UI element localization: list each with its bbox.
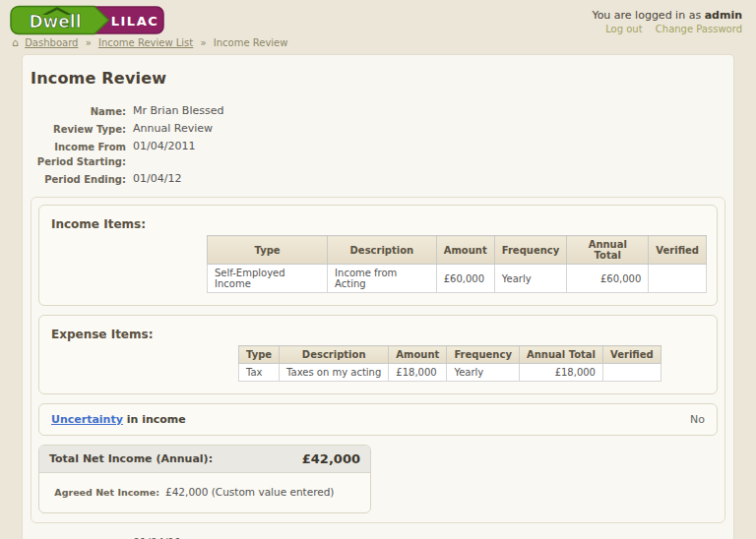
field-label: Period Ending: [31, 171, 133, 187]
column-header-description: Description [328, 236, 437, 265]
cell-description: Taxes on my acting [280, 364, 389, 382]
cell-frequency: Yearly [447, 364, 520, 382]
field-label: Review Type: [31, 121, 133, 137]
field-review-type: Review Type: Annual Review [31, 121, 725, 137]
svg-text:Dwell: Dwell [29, 12, 81, 31]
cell-verified [649, 265, 707, 293]
cell-type: Tax [239, 364, 280, 382]
agreed-net-income-value: £42,000 (Custom value entered) [165, 486, 334, 498]
field-period-starting: Income From Period Starting: 01/04/2011 [31, 139, 725, 169]
column-header-verified: Verified [649, 236, 707, 265]
column-header-frequency: Frequency [494, 236, 567, 265]
field-period-ending: Period Ending: 01/04/12 [31, 171, 725, 187]
uncertainty-suffix: in income [123, 413, 186, 426]
total-net-income-section: Total Net Income (Annual): £42,000 Agree… [38, 445, 371, 513]
app-logo[interactable]: Dwell LILAC [10, 5, 165, 38]
field-value: 01/04/2011 [133, 139, 195, 169]
cell-type: Self-Employed Income [208, 265, 328, 293]
cell-annual-total: £60,000 [567, 265, 649, 293]
field-label: Apply From: [31, 535, 133, 539]
breadcrumb-separator: » [200, 37, 206, 48]
uncertainty-section: Uncertainty in income No [38, 403, 718, 436]
uncertainty-link[interactable]: Uncertainty [51, 413, 123, 426]
total-net-income-label: Total Net Income (Annual): [49, 452, 213, 465]
dwell-lilac-logo-icon: Dwell LILAC [10, 5, 165, 35]
income-items-table: Type Description Amount Frequency Annual… [207, 235, 707, 293]
column-header-annual-total: Annual Total [519, 346, 602, 364]
breadcrumb-current: Income Review [214, 37, 288, 48]
main-content-panel: Income Review Name: Mr Brian Blessed Rev… [22, 54, 734, 539]
column-header-frequency: Frequency [447, 346, 520, 364]
field-label: Income From Period Starting: [31, 139, 133, 169]
column-header-amount: Amount [436, 236, 494, 265]
login-prefix-text: You are logged in as [592, 9, 701, 22]
field-value: 01/04/11 [133, 535, 181, 539]
decision-section: Apply From: 01/04/11 Notes on decision: … [31, 535, 725, 539]
table-row: Tax Taxes on my acting £18,000 Yearly £1… [239, 364, 662, 382]
table-header-row: Type Description Amount Frequency Annual… [239, 346, 662, 364]
expense-items-section: Expense Items: Type Description Amount F… [38, 315, 718, 394]
review-sections-panel: Income Items: Type Description Amount Fr… [31, 197, 725, 523]
breadcrumb-income-review-list-link[interactable]: Income Review List [98, 37, 193, 48]
change-password-link[interactable]: Change Password [656, 24, 742, 34]
cell-amount: £60,000 [436, 265, 494, 293]
column-header-verified: Verified [602, 346, 661, 364]
logout-link[interactable]: Log out [605, 24, 642, 34]
table-header-row: Type Description Amount Frequency Annual… [208, 236, 707, 265]
login-info: You are logged in as admin Log out Chang… [592, 5, 742, 34]
breadcrumb: ⌂ Dashboard » Income Review List » Incom… [0, 35, 756, 54]
cell-annual-total: £18,000 [519, 364, 602, 382]
field-value: Annual Review [133, 121, 213, 137]
review-details: Name: Mr Brian Blessed Review Type: Annu… [31, 103, 725, 187]
svg-text:LILAC: LILAC [111, 14, 159, 29]
field-value: Mr Brian Blessed [133, 103, 223, 119]
uncertainty-value: No [690, 413, 705, 426]
cell-description: Income from Acting [328, 265, 437, 293]
cell-verified [602, 364, 661, 382]
field-value: 01/04/12 [133, 171, 181, 187]
cell-amount: £18,000 [389, 364, 447, 382]
column-header-amount: Amount [389, 346, 447, 364]
breadcrumb-dashboard-link[interactable]: Dashboard [25, 37, 78, 48]
income-items-section: Income Items: Type Description Amount Fr… [38, 205, 718, 306]
field-apply-from: Apply From: 01/04/11 [31, 535, 725, 539]
field-label: Name: [31, 103, 133, 119]
column-header-type: Type [208, 236, 328, 265]
total-net-income-value: £42,000 [302, 451, 360, 466]
table-row: Self-Employed Income Income from Acting … [208, 265, 707, 293]
income-items-heading: Income Items: [51, 217, 707, 231]
breadcrumb-separator: » [86, 37, 92, 48]
cell-frequency: Yearly [494, 265, 567, 293]
page-title: Income Review [31, 69, 725, 88]
home-icon[interactable]: ⌂ [12, 36, 19, 49]
column-header-annual-total: Annual Total [567, 236, 649, 265]
expense-items-heading: Expense Items: [51, 328, 707, 341]
top-header: Dwell LILAC You are logged in as admin L… [0, 0, 756, 35]
agreed-net-income-label: Agreed Net Income: [47, 486, 165, 498]
username-text: admin [705, 9, 742, 22]
field-name: Name: Mr Brian Blessed [31, 103, 725, 119]
column-header-type: Type [239, 346, 280, 364]
expense-items-table: Type Description Amount Frequency Annual… [238, 345, 662, 382]
column-header-description: Description [280, 346, 389, 364]
